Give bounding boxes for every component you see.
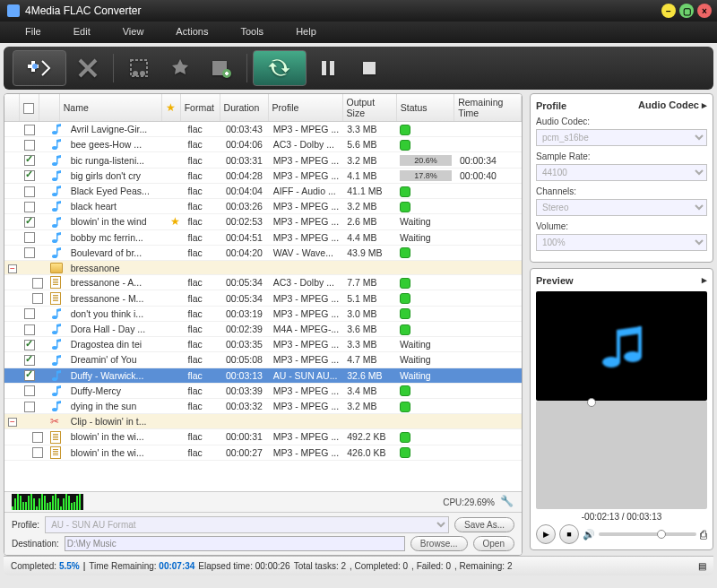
status-cell: 17.8% [396,168,456,183]
profile-picker[interactable]: Audio Codec ▸ [638,99,707,111]
convert-button[interactable] [253,50,307,86]
row-checkbox[interactable] [32,432,43,443]
status-ready-icon [400,202,410,212]
pause-button[interactable] [308,50,348,86]
play-button[interactable]: ▶ [536,524,556,544]
table-row[interactable]: big girls don't cryflac00:04:28MP3 - MPE… [4,168,522,183]
add-profile-button[interactable] [202,50,241,86]
row-checkbox[interactable] [24,186,35,197]
preview-expand-icon[interactable]: ▸ [702,274,707,286]
table-row[interactable]: Avril Lavigne-Gir...flac00:03:43MP3 - MP… [4,122,522,137]
column-header[interactable] [39,94,59,122]
table-row[interactable]: −✂Clip - blowin' in t... [4,414,522,429]
table-row[interactable]: Dragostea din teiflac00:03:35MP3 - MPEG … [4,337,522,352]
table-row[interactable]: Duffy-Mercyflac00:03:39MP3 - MPEG ...3.4… [4,383,522,398]
select-all-checkbox[interactable] [23,103,34,114]
column-header[interactable]: Profile [268,94,342,122]
table-row[interactable]: bressanone - M...flac00:05:34MP3 - MPEG … [4,290,522,306]
expand-toggle[interactable]: − [8,418,17,427]
row-checkbox[interactable] [24,170,35,181]
table-row[interactable]: bee gees-How ...flac00:04:06AC3 - Dolby … [4,137,522,152]
menu-tools[interactable]: Tools [224,22,280,43]
row-checkbox[interactable] [24,385,35,396]
table-row[interactable]: bressanone - A...flac00:05:34AC3 - Dolby… [4,275,522,290]
row-checkbox[interactable] [24,324,35,335]
row-checkbox[interactable] [24,308,35,319]
star-icon[interactable]: ★ [170,215,180,228]
table-row[interactable]: Boulevard of br...flac00:04:20WAV - Wave… [4,245,522,260]
column-header[interactable]: Duration [220,94,268,122]
row-checkbox[interactable] [24,140,35,151]
delete-button[interactable] [68,50,108,86]
stop-button[interactable] [350,50,389,86]
menu-file[interactable]: File [9,22,57,43]
table-row[interactable]: Dora Hall - Day ...flac00:02:39M4A - MPE… [4,321,522,336]
expand-toggle[interactable]: − [8,264,17,273]
row-checkbox[interactable] [24,232,35,243]
minimize-button[interactable]: − [661,4,676,18]
snapshot-icon[interactable]: ⎙ [700,528,707,541]
effects-button[interactable] [160,50,200,86]
table-row[interactable]: blowin' in the wind★flac00:02:53MP3 - MP… [4,214,522,229]
table-row[interactable]: don't you think i...flac00:03:19MP3 - MP… [4,306,522,321]
remaining-cell [456,445,522,460]
column-header[interactable]: Output Size [342,94,396,122]
row-checkbox[interactable] [24,370,35,381]
table-row[interactable]: blowin' in the wi...flac00:00:27MP3 - MP… [4,445,522,460]
row-checkbox[interactable] [24,155,35,166]
profile-select[interactable]: AU - SUN AU Format [45,516,449,533]
table-row[interactable]: −bressanone [4,260,522,274]
open-button[interactable]: Open [473,536,514,551]
destination-input[interactable] [65,536,405,551]
menu-help[interactable]: Help [280,22,333,43]
field-select[interactable]: 44100 [536,164,707,181]
column-header[interactable]: Format [180,94,220,122]
column-header[interactable]: Status [396,94,454,122]
stop-preview-button[interactable]: ■ [559,524,579,544]
output-size-cell: 4.1 MB [343,168,396,183]
volume-slider[interactable] [599,532,696,536]
add-file-button[interactable] [13,50,66,86]
table-row[interactable]: Duffy - Warwick...flac00:03:13AU - SUN A… [4,368,522,383]
column-header[interactable]: ★ [161,94,180,122]
row-checkbox[interactable] [32,278,43,289]
field-select[interactable]: Stereo [536,199,707,216]
svg-point-0 [32,64,38,69]
row-checkbox[interactable] [24,402,35,412]
save-as-button[interactable]: Save As... [454,517,514,532]
table-row[interactable]: blowin' in the wi...flac00:00:31MP3 - MP… [4,429,522,445]
row-checkbox[interactable] [32,293,43,304]
menu-view[interactable]: View [107,22,160,43]
row-checkbox[interactable] [24,202,35,212]
table-row[interactable]: black heartflac00:03:26MP3 - MPEG ...3.2… [4,199,522,214]
table-row[interactable]: bobby mc ferrin...flac00:04:51MP3 - MPEG… [4,229,522,245]
row-checkbox[interactable] [24,217,35,228]
field-select[interactable]: pcm_s16be [536,129,707,146]
maximize-button[interactable]: ▢ [679,4,694,18]
table-row[interactable]: bic runga-listeni...flac00:03:31MP3 - MP… [4,152,522,168]
column-header[interactable] [4,94,20,122]
volume-icon[interactable]: 🔊 [583,529,595,540]
menu-edit[interactable]: Edit [57,22,107,43]
table-row[interactable]: dying in the sunflac00:03:32MP3 - MPEG .… [4,398,522,413]
row-checkbox[interactable] [24,355,35,366]
row-checkbox[interactable] [24,125,35,135]
field-select[interactable]: 100% [536,234,707,251]
status-cell [396,290,456,306]
status-menu-icon[interactable]: ▤ [698,561,706,571]
browse-button[interactable]: Browse... [410,536,468,551]
duration-cell: 00:04:06 [222,137,270,152]
column-header[interactable]: Remaining Time [454,94,522,122]
row-checkbox[interactable] [32,447,43,458]
row-checkbox[interactable] [24,340,35,350]
column-header[interactable] [20,94,39,122]
table-row[interactable]: Dreamin' of Youflac00:05:08MP3 - MPEG ..… [4,352,522,368]
clip-button[interactable] [119,50,159,86]
row-checkbox[interactable] [24,247,35,258]
settings-icon[interactable]: 🔧 [500,495,514,509]
table-row[interactable]: Black Eyed Peas...flac00:04:04AIFF - Aud… [4,183,522,198]
close-button[interactable]: × [697,4,712,18]
column-header[interactable]: Name [59,94,161,122]
seek-slider[interactable] [536,401,707,510]
menu-actions[interactable]: Actions [160,22,224,43]
